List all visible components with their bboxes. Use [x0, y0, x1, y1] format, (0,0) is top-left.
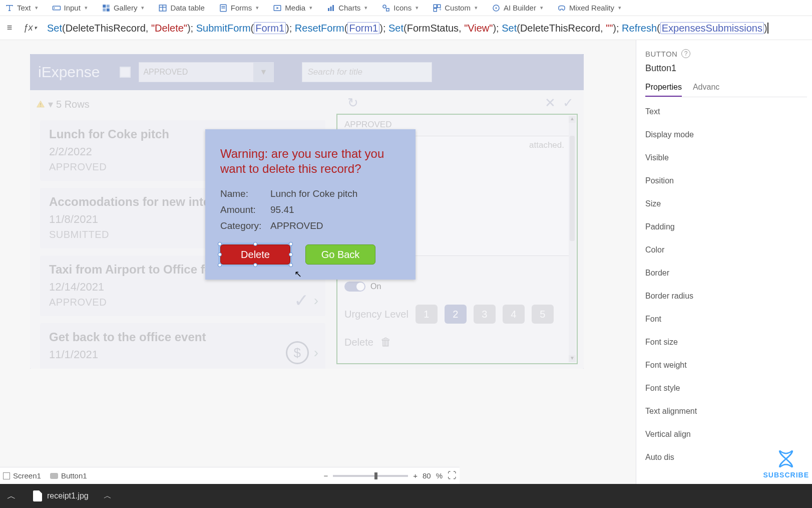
download-item[interactable]: receipt1.jpg ︿	[26, 487, 119, 504]
formula-menu-icon[interactable]: ≡	[4, 23, 15, 33]
control-name[interactable]: Button1	[645, 63, 807, 74]
level-2[interactable]: 2	[445, 305, 467, 324]
custom-icon: +	[433, 4, 442, 13]
status-dropdown[interactable]: APPROVED ▼	[139, 62, 274, 82]
download-filename: receipt1.jpg	[47, 491, 89, 500]
ribbon-label: Media	[285, 4, 305, 12]
property-row[interactable]: Position	[645, 176, 807, 185]
expand-icon[interactable]: ⛶	[448, 470, 457, 481]
search-input[interactable]: Search for title	[302, 62, 432, 82]
ribbon-input[interactable]: Input▾	[52, 4, 88, 13]
zoom-slider[interactable]	[333, 475, 408, 477]
property-row[interactable]: Color	[645, 245, 807, 255]
property-row[interactable]: Padding	[645, 222, 807, 231]
property-row[interactable]: Border	[645, 269, 807, 278]
list-item[interactable]: Get back to the office event 11/1/2021 $…	[40, 323, 325, 369]
zoom-value: 80	[423, 471, 431, 480]
urgent-toggle[interactable]: On	[344, 282, 381, 292]
svg-point-24	[495, 7, 497, 9]
dna-icon	[775, 448, 797, 470]
help-icon[interactable]: ?	[681, 49, 690, 58]
svg-text:+: +	[439, 7, 442, 12]
ribbon-forms[interactable]: Forms▾	[219, 4, 259, 13]
form-scrollbar[interactable]: ▲ ▼	[569, 116, 576, 362]
filter-checkbox[interactable]	[120, 67, 131, 78]
ribbon-label: Input	[64, 4, 81, 12]
dollar-icon[interactable]: $	[286, 341, 309, 364]
ribbon-aibuilder[interactable]: AI Builder▾	[492, 4, 543, 13]
item-actions: ✓ ›	[294, 290, 318, 311]
ribbon-charts[interactable]: Charts▾	[326, 4, 367, 13]
chevron-down-icon: ▾	[618, 5, 621, 11]
property-row[interactable]: Size	[645, 199, 807, 208]
control-type: BUTTON	[645, 50, 677, 58]
property-row[interactable]: Vertical align	[645, 430, 807, 439]
ribbon-label: Gallery	[114, 4, 138, 12]
breadcrumb-control[interactable]: Button1	[50, 471, 87, 480]
app-title: iExpense	[38, 64, 100, 81]
close-icon[interactable]: ✕	[545, 95, 556, 111]
ribbon-gallery[interactable]: Gallery▾	[102, 4, 145, 13]
property-row[interactable]: Border radius	[645, 292, 807, 301]
property-row[interactable]: Visible	[645, 153, 807, 162]
property-row[interactable]: Font size	[645, 338, 807, 347]
tab-properties[interactable]: Properties	[645, 83, 682, 97]
chevron-up-icon[interactable]: ︿	[104, 491, 112, 501]
chevron-right-icon[interactable]: ›	[314, 345, 318, 361]
chevron-up-icon[interactable]: ︿	[7, 490, 16, 502]
ribbon-icons[interactable]: Icons▾	[381, 4, 419, 13]
zoom-out-icon[interactable]: −	[323, 471, 328, 480]
refresh-icon[interactable]: ↻	[340, 95, 358, 111]
fx-icon[interactable]: ƒx▾	[19, 23, 41, 33]
ai-icon	[492, 4, 501, 13]
level-4[interactable]: 4	[503, 305, 525, 324]
toggle-value: On	[370, 282, 381, 291]
ribbon-media[interactable]: Media▾	[273, 4, 312, 13]
formula-input[interactable]: Set(DeleteThisRecord, "Delete"); SubmitF…	[45, 19, 808, 37]
ribbon-label: Text	[17, 4, 31, 12]
dropdown-value: APPROVED	[143, 68, 188, 77]
breadcrumb-screen[interactable]: Screen1	[3, 471, 41, 480]
property-row[interactable]: Text	[645, 107, 807, 116]
ribbon-datatable[interactable]: Data table	[158, 4, 204, 13]
level-1[interactable]: 1	[416, 305, 438, 324]
item-actions: $ ›	[286, 341, 318, 364]
trash-icon[interactable]: 🗑	[380, 336, 391, 349]
ribbon-custom[interactable]: + Custom▾	[433, 4, 478, 13]
scroll-up-icon[interactable]: ▲	[569, 116, 576, 123]
property-row[interactable]: Display mode	[645, 130, 807, 139]
ribbon-text[interactable]: Text▾	[5, 4, 38, 13]
properties-pane: BUTTON ? Button1 Properties Advanc TextD…	[636, 40, 812, 508]
svg-rect-16	[332, 5, 334, 11]
property-row[interactable]: Font weight	[645, 361, 807, 370]
toggle-icon	[344, 282, 365, 292]
delete-button[interactable]: Delete	[220, 244, 290, 265]
check-icon[interactable]: ✓	[294, 290, 309, 311]
zoom-in-icon[interactable]: +	[413, 471, 418, 480]
goback-button[interactable]: Go Back	[305, 244, 375, 265]
form-header: ↻ ✕ ✓	[336, 94, 578, 114]
property-row[interactable]: Font	[645, 315, 807, 324]
property-list: TextDisplay modeVisiblePositionSizePaddi…	[645, 107, 807, 462]
ribbon-label: Data table	[170, 4, 204, 12]
svg-point-17	[383, 5, 386, 8]
zoom-controls: − + 80 % ⛶	[323, 470, 457, 481]
prop-tabs: Properties Advanc	[645, 83, 807, 97]
chevron-down-icon[interactable]: ▾	[48, 98, 53, 110]
chevron-down-icon: ▾	[256, 5, 259, 11]
charts-icon	[326, 4, 335, 13]
text-icon	[5, 4, 14, 13]
scroll-down-icon[interactable]: ▼	[569, 355, 576, 362]
modal-amount-value: 95.41	[270, 204, 400, 215]
item-date: 11/1/2021	[49, 348, 316, 361]
level-5[interactable]: 5	[532, 305, 554, 324]
property-row[interactable]: Font style	[645, 384, 807, 393]
chevron-right-icon[interactable]: ›	[314, 293, 318, 309]
warning-icon	[36, 100, 45, 109]
property-row[interactable]: Text alignment	[645, 407, 807, 416]
level-3[interactable]: 3	[474, 305, 496, 324]
tab-advanced[interactable]: Advanc	[693, 83, 719, 97]
check-icon[interactable]: ✓	[563, 95, 574, 111]
scroll-thumb[interactable]	[570, 136, 575, 241]
ribbon-mixedreality[interactable]: Mixed Reality▾	[557, 4, 621, 13]
